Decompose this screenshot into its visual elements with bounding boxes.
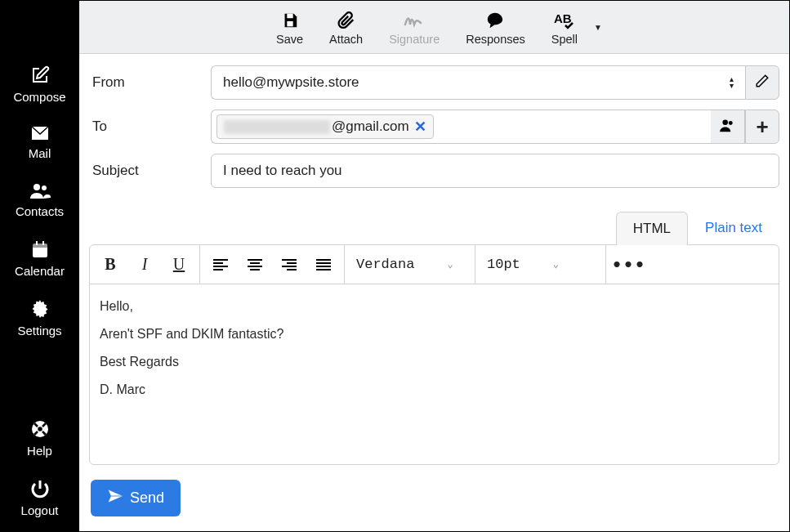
sidebar-item-label: Compose [13, 90, 65, 104]
toolbar-save[interactable]: Save [265, 5, 315, 49]
font-size-select[interactable]: 10pt ⌄ [475, 245, 606, 284]
add-recipient-button[interactable]: + [745, 110, 779, 144]
users-plus-icon [719, 118, 737, 136]
svg-rect-9 [287, 14, 292, 19]
svg-rect-10 [287, 21, 292, 26]
recipient-pill[interactable]: @gmail.com ✕ [216, 114, 434, 139]
align-right-button[interactable] [272, 249, 306, 280]
to-label: To [92, 118, 211, 135]
toolbar-label: Attach [329, 33, 363, 46]
send-label: Send [130, 490, 164, 507]
tab-html[interactable]: HTML [616, 212, 688, 245]
from-select[interactable]: hello@mywpsite.store ▴▾ [211, 65, 745, 100]
redacted-text [224, 120, 330, 134]
sidebar-item-label: Logout [21, 503, 59, 517]
toolbar-label: Signature [389, 33, 440, 46]
body-line: Aren't SPF and DKIM fantastic? [100, 327, 769, 342]
bold-button[interactable]: B [93, 249, 127, 280]
plus-icon: + [756, 114, 768, 140]
svg-point-8 [37, 426, 43, 432]
align-center-button[interactable] [238, 249, 272, 280]
sidebar-item-mail[interactable]: Mail [0, 118, 79, 175]
to-input[interactable]: @gmail.com ✕ [211, 110, 711, 144]
edit-icon [30, 65, 50, 85]
editor-toolbar: B I U Verdana ⌄ [90, 245, 779, 284]
subject-label: Subject [92, 163, 211, 179]
sidebar-item-contacts[interactable]: Contacts [0, 175, 79, 233]
pencil-icon [755, 74, 770, 92]
svg-point-0 [33, 184, 40, 190]
sidebar-item-help[interactable]: Help [0, 413, 79, 472]
sidebar-item-label: Help [27, 444, 52, 458]
body-line: D. Marc [100, 382, 769, 397]
editor-body[interactable]: Hello, Aren't SPF and DKIM fantastic? Be… [90, 284, 779, 464]
add-contact-button[interactable] [711, 110, 745, 144]
toolbar-signature: Signature [377, 5, 451, 49]
toolbar-label: Spell [551, 33, 578, 46]
calendar-icon [30, 239, 50, 259]
main-content: Save Attach Signature Responses AB Spell [79, 0, 790, 532]
remove-recipient-icon[interactable]: ✕ [414, 118, 426, 136]
from-label: From [92, 74, 211, 91]
save-icon [281, 8, 299, 33]
toolbar-responses[interactable]: Responses [454, 5, 537, 49]
subject-input[interactable]: I need to reach you [211, 154, 779, 188]
sidebar-item-logout[interactable]: Logout [0, 472, 79, 532]
paperclip-icon [337, 8, 355, 33]
sidebar-item-label: Settings [17, 324, 61, 338]
edit-identity-button[interactable] [745, 65, 779, 100]
subject-row: Subject I need to reach you [92, 154, 779, 188]
editor-more-button[interactable]: ••• [606, 255, 652, 275]
toolbar-label: Responses [466, 33, 525, 46]
italic-button[interactable]: I [127, 249, 162, 280]
sidebar-item-label: Contacts [16, 204, 64, 218]
font-family-value: Verdana [356, 257, 414, 272]
sidebar-item-compose[interactable]: Compose [0, 59, 79, 118]
send-button[interactable]: Send [91, 480, 181, 516]
signature-icon [404, 8, 425, 33]
send-row: Send [79, 465, 789, 531]
lifebuoy-icon [30, 419, 50, 439]
toolbar-attach[interactable]: Attach [318, 5, 374, 49]
from-value: hello@mywpsite.store [223, 74, 359, 91]
chevron-down-icon: ⌄ [447, 258, 453, 270]
comment-icon [486, 8, 504, 33]
gear-icon [30, 299, 50, 319]
toolbar-label: Save [276, 33, 303, 46]
to-row: To @gmail.com ✕ + [92, 110, 779, 144]
users-icon [29, 181, 51, 199]
font-family-select[interactable]: Verdana ⌄ [345, 245, 475, 284]
svg-text:AB: AB [554, 11, 572, 25]
chevron-down-icon: ⌄ [553, 258, 559, 270]
paper-plane-icon [107, 488, 123, 508]
chevron-sort-icon: ▴▾ [730, 76, 734, 89]
from-row: From hello@mywpsite.store ▴▾ [92, 65, 779, 100]
sidebar-item-label: Mail [29, 146, 51, 160]
compose-headers: From hello@mywpsite.store ▴▾ To @gmail. [79, 54, 789, 198]
sidebar-item-calendar[interactable]: Calendar [0, 233, 79, 293]
underline-button[interactable]: U [162, 249, 196, 280]
subject-value: I need to reach you [223, 163, 342, 179]
recipient-domain: @gmail.com [332, 118, 409, 135]
editor-mode-tabs: HTML Plain text [79, 198, 789, 244]
envelope-icon [30, 125, 50, 141]
sidebar: Compose Mail Contacts Calendar Settings … [0, 0, 79, 532]
toolbar-spell[interactable]: AB Spell [540, 5, 589, 49]
svg-rect-3 [33, 244, 47, 248]
sidebar-item-settings[interactable]: Settings [0, 293, 79, 352]
align-left-button[interactable] [203, 249, 238, 280]
sidebar-item-label: Calendar [15, 264, 65, 278]
tab-plaintext[interactable]: Plain text [688, 211, 779, 244]
body-line: Hello, [100, 299, 769, 314]
toolbar-more-dropdown[interactable]: ▼ [592, 23, 604, 32]
font-size-value: 10pt [487, 257, 520, 272]
svg-point-1 [42, 186, 47, 190]
align-justify-button[interactable] [306, 249, 341, 280]
editor: B I U Verdana ⌄ [89, 244, 779, 465]
power-icon [30, 479, 50, 498]
svg-point-13 [728, 121, 732, 125]
compose-toolbar: Save Attach Signature Responses AB Spell [79, 1, 789, 54]
body-line: Best Regards [100, 355, 769, 369]
spellcheck-icon: AB [554, 8, 575, 33]
svg-point-12 [722, 119, 728, 125]
